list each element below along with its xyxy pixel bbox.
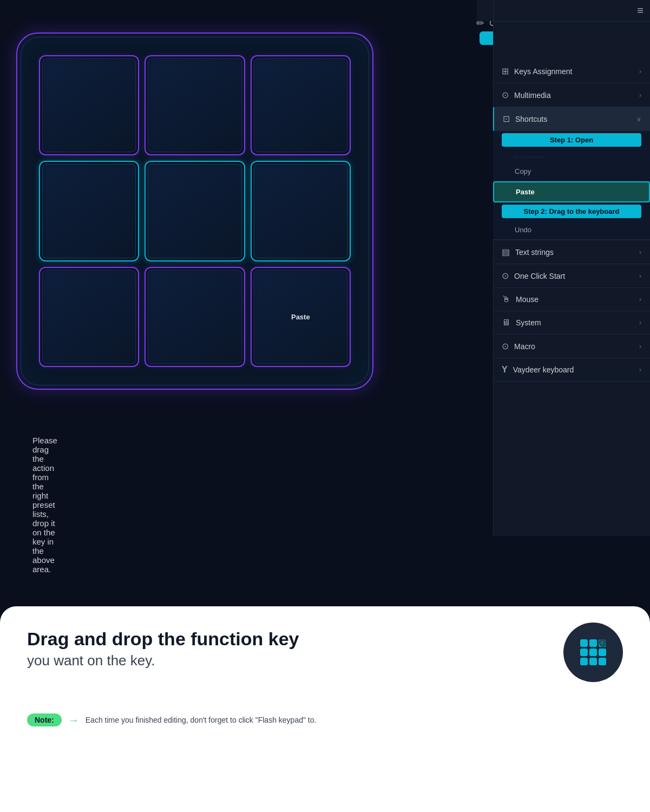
menu-item-mouse[interactable]: 🖱 Mouse › [493,288,650,311]
text-strings-icon: ▤ [502,247,510,257]
key-2[interactable] [145,55,245,155]
menu-list: ⊞ Keys Assignment › ⊙ Multimedia › ⊡ Sho… [493,60,650,382]
svg-rect-4 [589,649,597,656]
filter-icon[interactable]: ≡ [637,4,644,17]
menu-item-multimedia[interactable]: ⊙ Multimedia › [493,83,650,107]
dots-separator: ............ [493,149,650,162]
svg-rect-8 [599,658,606,665]
shortcuts-icon: ⊡ [503,114,510,124]
key-7[interactable] [39,267,139,367]
instruction-text: Please drag the action from the right pr… [32,436,57,574]
key-3[interactable] [251,55,351,155]
eraser-icon[interactable]: ✏ [476,17,484,29]
menu-item-macro[interactable]: ⊙ Macro › [493,335,650,358]
keypad-svg-icon: ↑ [577,636,609,669]
svg-rect-1 [589,639,597,647]
svg-text:↑: ↑ [601,640,603,646]
keyboard-area: Paste [16,32,373,390]
system-label: System [516,318,541,327]
sub-item-copy[interactable]: Copy [493,162,650,181]
keypad-icon-circle: ↑ [563,623,623,682]
mouse-icon: 🖱 [502,294,510,304]
svg-rect-3 [580,649,588,656]
step2-tooltip-wrapper: Step 2: Drag to the keyboard [493,202,650,220]
step1-tooltip-wrapper: Step 1: Open [493,131,650,149]
keyboard-outer: Paste [16,32,373,390]
one-click-start-label: One Click Start [514,272,565,280]
macro-chevron: › [639,343,641,350]
svg-rect-0 [580,639,588,647]
note-text: Each time you finished editing, don't fo… [86,716,317,724]
vaydeer-label: Vaydeer keyboard [513,365,574,374]
key-1[interactable] [39,55,139,155]
keys-assignment-icon: ⊞ [502,66,509,76]
keys-grid: Paste [17,34,372,389]
right-panel: ≡ ⊞ Keys Assignment › ⊙ Multimedia › ⊡ S… [493,0,650,536]
menu-item-system[interactable]: 🖥 System › [493,311,650,335]
sub-item-undo[interactable]: Undo [493,220,650,240]
note-row: Note: → Each time you finished editing, … [0,713,650,726]
mouse-chevron: › [639,296,641,303]
step2-drag-tooltip: Step 2: Drag to the keyboard [502,205,641,218]
menu-item-one-click-start[interactable]: ⊙ One Click Start › [493,264,650,288]
one-click-start-icon: ⊙ [502,271,509,281]
note-arrow: → [68,714,79,726]
bottom-section: Drag and drop the function key you want … [0,606,650,812]
shortcuts-submenu: Step 1: Open ............ Copy Paste Ste… [493,131,650,240]
bottom-text: Drag and drop the function key you want … [27,628,299,669]
multimedia-label: Multimedia [514,91,551,100]
key-9-label: Paste [291,313,310,321]
svg-rect-7 [589,658,597,665]
text-strings-label: Text strings [515,248,554,257]
vaydeer-icon: Y [502,365,508,375]
bottom-content: Drag and drop the function key you want … [0,606,650,698]
multimedia-chevron: › [639,91,641,99]
mouse-label: Mouse [516,295,539,304]
key-8[interactable] [145,267,245,367]
note-badge: Note: [27,713,62,726]
key-4[interactable] [39,161,139,261]
keys-assignment-label: Keys Assignment [514,67,572,76]
one-click-start-chevron: › [639,272,641,280]
sub-item-paste[interactable]: Paste [493,181,650,202]
text-strings-chevron: › [639,248,641,256]
menu-item-keys-assignment[interactable]: ⊞ Keys Assignment › [493,60,650,83]
filter-row: ≡ [494,0,650,22]
menu-item-vaydeer-keyboard[interactable]: Y Vaydeer keyboard › [493,358,650,382]
shortcuts-chevron: ∨ [636,115,641,123]
key-6[interactable] [251,161,351,261]
macro-label: Macro [514,342,535,351]
shortcuts-label: Shortcuts [515,115,547,123]
system-chevron: › [639,319,641,326]
bottom-heading-bold: Drag and drop the function key [27,628,299,650]
vaydeer-chevron: › [639,366,641,374]
svg-rect-5 [599,649,606,656]
step1-open-tooltip: Step 1: Open [502,133,641,147]
key-9[interactable]: Paste [251,267,351,367]
svg-rect-6 [580,658,588,665]
macro-icon: ⊙ [502,341,509,351]
system-icon: 🖥 [502,318,510,328]
menu-item-text-strings[interactable]: ▤ Text strings › [493,240,650,264]
key-5[interactable] [145,161,245,261]
keys-assignment-chevron: › [639,68,641,75]
menu-item-shortcuts[interactable]: ⊡ Shortcuts ∨ [493,107,650,131]
multimedia-icon: ⊙ [502,90,509,100]
bottom-heading-normal: you want on the key. [27,652,299,669]
